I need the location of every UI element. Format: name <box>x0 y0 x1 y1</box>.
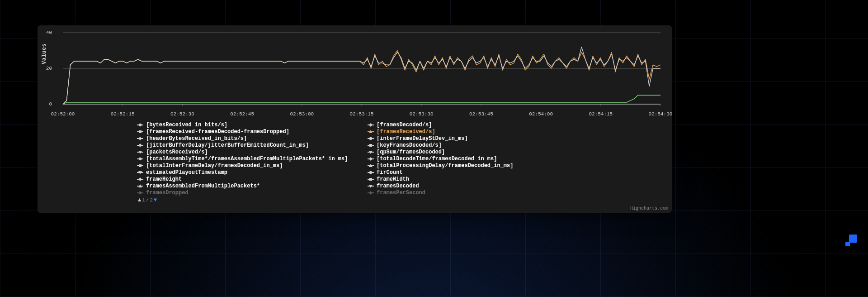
webrtc-stats-chart-panel: Values 02:52:0002:52:1502:52:3002:52:450… <box>38 25 672 213</box>
tri-down-marker-icon <box>368 184 374 188</box>
tri-up-marker-icon <box>368 163 374 168</box>
legend-item[interactable]: [framesReceived/s] <box>368 128 589 135</box>
square-marker-icon <box>137 163 143 168</box>
svg-point-41 <box>369 137 372 139</box>
square-marker-icon <box>368 143 374 148</box>
legend-item-label: framesDropped <box>146 190 189 196</box>
tri-down-marker-icon <box>368 150 374 154</box>
legend-item-label: estimatedPlayoutTimestamp <box>146 169 227 176</box>
x-tick-label: 02:54:30 <box>649 111 673 117</box>
legend: [bytesReceived_in_bits/s][framesReceived… <box>137 121 616 197</box>
legend-item-label: frameHeight <box>146 176 182 182</box>
legend-item-label: [framesDecoded/s] <box>377 122 432 128</box>
diamond-marker-icon <box>368 191 374 195</box>
x-tick-label: 02:53:15 <box>350 111 374 117</box>
svg-marker-21 <box>138 144 142 147</box>
square-marker-icon <box>368 177 374 182</box>
svg-point-35 <box>139 191 142 194</box>
diamond-marker-icon <box>137 136 143 141</box>
square-marker-icon <box>137 129 143 134</box>
legend-item[interactable]: [packetsReceived/s] <box>137 148 359 155</box>
svg-marker-47 <box>369 157 373 161</box>
legend-item[interactable]: firCount <box>368 169 589 176</box>
legend-item[interactable]: [totalAssemblyTime*/framesAssembledFromM… <box>137 155 359 162</box>
legend-item[interactable]: framesDropped <box>137 189 359 196</box>
svg-marker-57 <box>369 191 373 195</box>
legend-item-label: framesDecoded <box>377 183 419 189</box>
brand-corner-icon <box>844 235 857 247</box>
legend-item[interactable]: [framesReceived-framesDecoded-framesDrop… <box>137 128 359 135</box>
legend-item[interactable]: [interFrameDelayStDev_in_ms] <box>368 135 589 142</box>
legend-item-label: [jitterBufferDelay/jitterBufferEmittedCo… <box>146 142 309 148</box>
circle-marker-icon <box>137 191 143 195</box>
diamond-marker-icon <box>137 177 143 182</box>
legend-item-label: [totalAssemblyTime*/framesAssembledFromM… <box>146 156 348 162</box>
legend-item-label: frameWidth <box>377 176 409 182</box>
circle-marker-icon <box>368 136 374 141</box>
legend-item[interactable]: [totalProcessingDelay/framesDecoded_in_m… <box>368 162 589 169</box>
tri-up-marker-icon <box>368 129 374 134</box>
tri-down-marker-icon <box>137 150 143 154</box>
x-tick-label: 02:52:15 <box>111 111 135 117</box>
x-tick-label: 02:54:00 <box>529 111 553 117</box>
legend-item-label: [totalProcessingDelay/framesDecoded_in_m… <box>377 163 513 169</box>
svg-marker-31 <box>138 177 142 181</box>
legend-page-total: 2 <box>150 197 153 203</box>
legend-item-label: [framesReceived/s] <box>377 129 435 135</box>
legend-item[interactable]: [bytesReceived_in_bits/s] <box>137 121 359 128</box>
svg-point-25 <box>139 157 142 160</box>
tri-up-marker-icon <box>137 184 143 188</box>
x-tick-label: 02:53:30 <box>410 111 434 117</box>
legend-pager: ▲ 1/2 ▼ <box>138 197 157 203</box>
legend-pager-down-icon[interactable]: ▼ <box>154 197 157 203</box>
diamond-marker-icon <box>137 143 143 148</box>
legend-item-label: framesPerSecond <box>377 190 425 196</box>
circle-marker-icon <box>137 123 143 127</box>
legend-item-label: [totalDecodeTime/framesDecoded_in_ms] <box>377 156 497 162</box>
circle-marker-icon <box>137 157 143 161</box>
svg-marker-37 <box>369 123 373 127</box>
legend-item[interactable]: framesAssembledFromMultiplePackets* <box>137 182 359 189</box>
tri-down-marker-icon <box>137 170 143 175</box>
legend-item[interactable]: [framesDecoded/s] <box>368 121 589 128</box>
plot-area[interactable] <box>55 32 662 110</box>
legend-item-label: [bytesReceived_in_bits/s] <box>146 122 227 128</box>
legend-item[interactable]: [jitterBufferDelay/jitterBufferEmittedCo… <box>137 142 359 148</box>
diamond-marker-icon <box>368 123 374 127</box>
y-tick-label: 0 <box>41 101 52 107</box>
svg-rect-27 <box>139 164 142 167</box>
diamond-marker-icon <box>368 157 374 161</box>
legend-item[interactable]: frameWidth <box>368 176 589 182</box>
x-tick-label: 02:53:00 <box>290 111 314 117</box>
x-axis-ticks: 02:52:0002:52:1502:52:3002:52:4502:53:00… <box>55 111 662 120</box>
x-tick-label: 02:52:45 <box>230 111 254 117</box>
chart-credits-link[interactable]: Highcharts.com <box>630 206 668 211</box>
legend-item-label: [totalInterFrameDelay/framesDecoded_in_m… <box>146 163 283 169</box>
legend-item[interactable]: framesDecoded <box>368 182 589 189</box>
legend-item[interactable]: [keyFramesDecoded/s] <box>368 142 589 148</box>
svg-marker-19 <box>138 137 142 140</box>
legend-item[interactable]: estimatedPlayoutTimestamp <box>137 169 359 176</box>
legend-item[interactable]: frameHeight <box>137 176 359 182</box>
svg-rect-43 <box>369 144 372 147</box>
legend-item[interactable]: framesPerSecond <box>368 189 589 196</box>
legend-item-label: [framesReceived-framesDecoded-framesDrop… <box>146 129 289 135</box>
x-tick-label: 02:53:45 <box>469 111 493 117</box>
y-axis-label: Values <box>41 43 47 64</box>
legend-item[interactable]: [qpSum/framesDecoded] <box>368 148 589 155</box>
legend-item[interactable]: [totalDecodeTime/framesDecoded_in_ms] <box>368 155 589 162</box>
legend-item-label: [packetsReceived/s] <box>146 149 208 155</box>
svg-rect-17 <box>139 130 142 133</box>
legend-item-label: framesAssembledFromMultiplePackets* <box>146 183 260 189</box>
legend-item-label: [qpSum/framesDecoded] <box>377 149 445 155</box>
legend-page-current: 1 <box>142 197 145 203</box>
legend-item[interactable]: [headerBytesReceived_in_bits/s] <box>137 135 359 142</box>
legend-item-label: firCount <box>377 169 403 176</box>
legend-item-label: [keyFramesDecoded/s] <box>377 142 442 148</box>
legend-pager-up-icon[interactable]: ▲ <box>138 197 141 203</box>
x-tick-label: 02:52:00 <box>51 111 75 117</box>
legend-item[interactable]: [totalInterFrameDelay/framesDecoded_in_m… <box>137 162 359 169</box>
svg-point-51 <box>369 171 372 173</box>
legend-item-label: [interFrameDelayStDev_in_ms] <box>377 135 468 142</box>
x-tick-label: 02:54:15 <box>589 111 613 117</box>
